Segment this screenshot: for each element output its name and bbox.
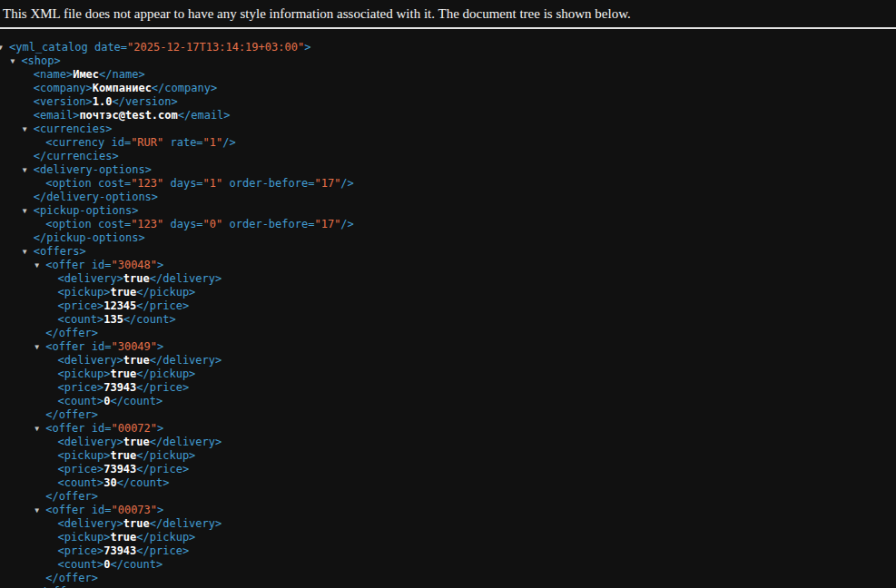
xml-tag-bracket: > [86,95,93,108]
xml-tree-line: <email>почтэс@test.com</email> [0,109,896,122]
xml-close-tag: </offer> [45,327,98,339]
xml-text-content: true [123,517,150,530]
xml-close-tag: </pickup> [136,286,195,299]
xml-attr-value: "00073" [111,504,157,516]
xml-tree-line: <price>73943</price> [0,544,896,558]
expand-arrow-icon[interactable]: ▼ [23,163,34,177]
xml-attr-name: order-before= [222,177,314,190]
xml-text-content: 135 [103,313,123,326]
xml-attr-name: id= [104,136,131,149]
xml-close-tag: </company> [152,82,217,94]
xml-open-tag: <price [58,544,97,557]
xml-open-tag: <yml_catalog [9,41,88,54]
xml-close-tag: </count> [110,395,162,407]
xml-attr-value: "30049" [111,340,157,353]
xml-open-tag: <shop [21,54,54,67]
xml-tree-line: ▼<offer id="30049"> [0,340,896,354]
xml-open-tag: <currency [45,136,104,149]
xml-text-content: true [123,436,150,448]
xml-tree-line: ▼<yml_catalog date="2025-12-17T13:14:19+… [0,41,896,54]
expand-arrow-icon[interactable]: ▼ [0,41,9,54]
xml-close-tag: </pickup> [136,449,195,462]
expand-arrow-icon[interactable]: ▼ [23,122,34,136]
xml-open-tag: <offer [45,504,84,516]
xml-open-tag: <price [58,463,97,475]
xml-open-tag: <delivery [58,517,117,530]
xml-text-content: true [123,354,150,367]
xml-text-content: 1.0 [93,95,113,108]
xml-tree-line: <delivery>true</delivery> [0,272,896,286]
expand-arrow-icon[interactable]: ▼ [34,259,45,272]
xml-close-tag: </version> [113,95,178,108]
xml-open-tag: <count [58,558,97,571]
xml-text-content: true [110,449,136,462]
xml-open-tag: <price [58,381,97,394]
xml-attr-value: "30048" [111,259,157,271]
expand-arrow-icon[interactable]: ▼ [23,204,34,218]
xml-close-tag: </name> [99,68,145,81]
xml-tag-bracket: > [157,422,163,435]
xml-attr-value: "1" [203,177,223,190]
xml-tree-line: </offer> [0,572,896,585]
xml-tree-line: <delivery>true</delivery> [0,517,896,531]
xml-close-tag: </price> [136,463,189,475]
expand-arrow-icon[interactable]: ▼ [10,54,21,68]
xml-open-tag: <delivery [58,436,117,448]
xml-tree-line: </offer> [0,408,896,422]
xml-attr-value: "1" [203,136,223,149]
expand-arrow-icon[interactable]: ▼ [23,245,34,259]
expand-arrow-icon[interactable]: ▼ [34,504,45,517]
xml-tag-bracket: > [117,517,123,530]
xml-text-content: true [110,368,136,380]
xml-viewer-page: This XML file does not appear to have an… [0,0,896,588]
xml-open-tag: <currencies [34,122,105,135]
xml-text-content: 73943 [103,381,136,394]
xml-tree-line: <price>12345</price> [0,299,896,313]
xml-tree-line: ▼<offers> [0,245,896,259]
xml-tree-line: ▼<offer id="30048"> [0,259,896,272]
xml-text-content: true [110,531,136,544]
expand-arrow-icon[interactable]: ▼ [34,340,45,354]
xml-attr-name: order-before= [222,218,314,230]
xml-open-tag: <count [58,313,97,326]
xml-close-tag: </price> [136,299,189,312]
xml-tree-line: <pickup>true</pickup> [0,368,896,381]
xml-open-tag: <email [34,109,73,122]
xml-close-tag: </price> [136,544,189,557]
xml-close-tag: </delivery> [150,517,222,530]
xml-tree-line: </pickup-options> [0,231,896,245]
xml-close-tag: </delivery> [150,272,222,285]
xml-attr-value: "17" [314,177,340,190]
xml-close-tag: </pickup> [136,531,195,544]
expand-arrow-icon[interactable]: ▼ [34,422,45,436]
xml-tag-bracket: > [86,82,93,94]
xml-tree-line: ▼<currencies> [0,122,896,136]
xml-tree-line: <option cost="123" days="0" order-before… [0,218,896,231]
xml-close-tag: </delivery> [150,436,222,448]
xml-open-tag: <option [45,218,92,230]
xml-tree-line: <count>0</count> [0,395,896,408]
xml-tag-bracket: > [54,54,61,67]
xml-tree-line: <company>Компаниес</company> [0,82,896,95]
xml-attr-value: "00072" [111,422,157,435]
xml-tree-line: </offer> [0,490,896,504]
xml-tree-line: <delivery>true</delivery> [0,436,896,449]
xml-text-content: true [123,272,150,285]
xml-open-tag: <count [58,395,97,407]
xml-tree-line: <count>30</count> [0,476,896,490]
xml-open-tag: <offer [45,340,84,353]
xml-text-content: 73943 [103,544,136,557]
xml-tag-bracket: > [117,436,123,448]
xml-open-tag: <company [34,82,86,94]
xml-tree-line: <delivery>true</delivery> [0,354,896,368]
xml-open-tag: <offers [34,245,80,258]
xml-tree-line: <currency id="RUR" rate="1"/> [0,136,896,150]
xml-attr-value: "0" [203,218,223,230]
xml-tree-line: ▼<offer id="00072"> [0,422,896,436]
xml-attr-name: cost= [92,177,131,190]
xml-tag-bracket: > [132,204,138,217]
xml-tree-line: ▼<delivery-options> [0,163,896,177]
xml-open-tag: <price [58,299,97,312]
xml-tree-line: <pickup>true</pickup> [0,531,896,544]
xml-attr-value: "123" [131,218,163,230]
